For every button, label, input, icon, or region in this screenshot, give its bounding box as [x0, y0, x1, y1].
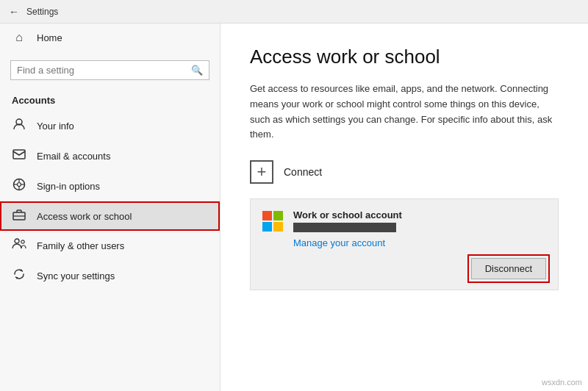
sign-in-icon	[12, 178, 26, 194]
title-bar-title: Settings	[26, 7, 58, 17]
connect-section: + Connect	[250, 160, 559, 184]
email-accounts-label: Email & accounts	[37, 151, 110, 162]
sidebar-item-family[interactable]: Family & other users	[0, 231, 220, 260]
account-email-redacted	[293, 223, 396, 232]
svg-point-3	[18, 183, 21, 187]
disconnect-btn-wrapper: Disconnect	[471, 258, 546, 279]
ms-logo-red	[262, 211, 272, 220]
sidebar-item-home[interactable]: ⌂ Home	[0, 24, 220, 51]
sidebar-item-sign-in[interactable]: Sign-in options	[0, 171, 220, 201]
svg-point-11	[21, 240, 24, 243]
account-card-info: Work or school account Manage your accou…	[293, 209, 546, 249]
page-description: Get access to resources like email, apps…	[250, 82, 559, 143]
svg-rect-1	[13, 150, 25, 159]
page-title: Access work or school	[250, 46, 559, 68]
email-icon	[12, 148, 26, 163]
svg-point-10	[15, 239, 19, 243]
connect-plus-button[interactable]: +	[250, 160, 273, 184]
search-icon: 🔍	[191, 65, 203, 76]
home-icon: ⌂	[12, 31, 26, 44]
sidebar-item-sync[interactable]: Sync your settings	[0, 260, 220, 291]
sign-in-label: Sign-in options	[37, 181, 100, 192]
sidebar-item-access-work[interactable]: Access work or school	[0, 201, 220, 231]
main-layout: ⌂ Home 🔍 Accounts Your info	[0, 24, 588, 391]
sidebar-search-box[interactable]: 🔍	[10, 60, 209, 80]
title-bar: ← Settings	[0, 0, 588, 24]
sidebar-item-email-accounts[interactable]: Email & accounts	[0, 141, 220, 171]
family-icon	[12, 238, 26, 253]
your-info-icon	[12, 118, 26, 134]
account-card: Work or school account Manage your accou…	[250, 198, 559, 290]
back-button[interactable]: ←	[9, 6, 19, 18]
sync-label: Sync your settings	[37, 270, 115, 281]
family-label: Family & other users	[37, 240, 124, 251]
search-input[interactable]	[17, 65, 187, 76]
sync-icon	[12, 268, 26, 284]
disconnect-button[interactable]: Disconnect	[471, 258, 546, 279]
ms-logo-green	[273, 211, 283, 220]
content-area: Access work or school Get access to reso…	[220, 24, 588, 391]
account-card-bottom: Disconnect	[262, 258, 546, 279]
access-work-label: Access work or school	[37, 211, 132, 222]
account-card-top: Work or school account Manage your accou…	[262, 209, 546, 249]
microsoft-logo	[262, 211, 283, 232]
ms-logo-blue	[262, 222, 272, 232]
sidebar-section-label: Accounts	[0, 89, 220, 110]
connect-label: Connect	[284, 166, 322, 178]
sidebar-item-your-info[interactable]: Your info	[0, 110, 220, 141]
sidebar-item-home-label: Home	[37, 32, 62, 43]
plus-icon: +	[257, 162, 267, 182]
account-name: Work or school account	[293, 209, 546, 220]
manage-account-link[interactable]: Manage your account	[293, 237, 385, 248]
sidebar: ⌂ Home 🔍 Accounts Your info	[0, 24, 220, 391]
your-info-label: Your info	[37, 121, 74, 132]
ms-logo-yellow	[273, 222, 283, 232]
briefcase-icon	[12, 209, 26, 223]
